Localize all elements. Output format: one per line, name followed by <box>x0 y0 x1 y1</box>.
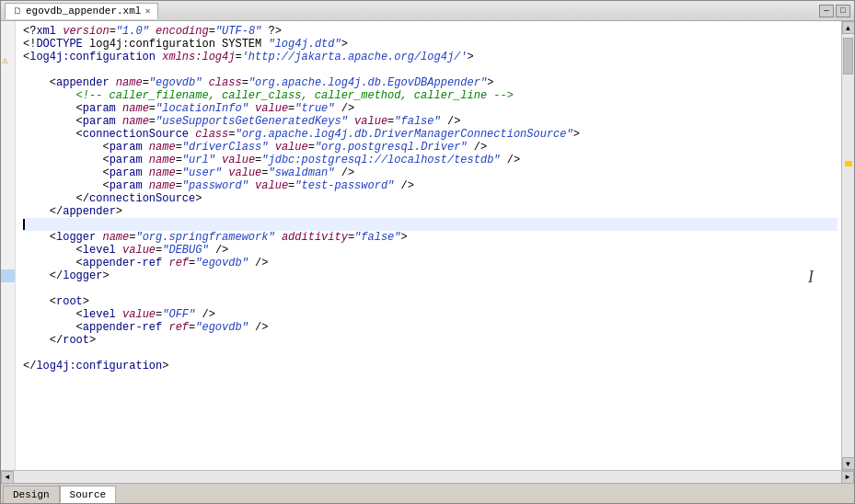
code-line-25: </root> <box>23 334 838 347</box>
code-line-22: <root> <box>23 295 838 308</box>
code-line-24: <appender-ref ref="egovdb" /> <box>23 321 838 334</box>
scroll-marker <box>845 161 852 166</box>
vertical-scrollbar[interactable]: ▲ ▼ <box>841 21 854 470</box>
code-line-13: <param name="password" value="test-passw… <box>23 179 838 192</box>
main-window: 🗋 egovdb_appender.xml ✕ ─ □ ⚠ <?xml vers… <box>0 0 855 504</box>
code-line-18: <level value="DEBUG" /> <box>23 244 838 257</box>
maximize-button[interactable]: □ <box>836 5 850 17</box>
editor-container: ⚠ <?xml version="1.0" encoding="UTF-8" ?… <box>1 21 854 470</box>
code-line-14: </connectionSource> <box>23 192 838 205</box>
code-line-6: <!-- caller_filename, caller_class, call… <box>23 89 838 102</box>
editor-gutter: ⚠ <box>1 21 16 470</box>
code-line-21 <box>23 282 838 295</box>
code-line-9: <connectionSource class="org.apache.log4… <box>23 128 838 141</box>
code-line-7: <param name="locationInfo" value="true" … <box>23 102 838 115</box>
scroll-thumb[interactable] <box>843 38 853 74</box>
tab-title: egovdb_appender.xml <box>26 6 141 17</box>
hscroll-track[interactable] <box>14 471 841 483</box>
code-line-5: <appender name="egovdb" class="org.apach… <box>23 76 838 89</box>
code-line-15: </appender> <box>23 205 838 218</box>
code-line-17: <logger name="org.springframework" addit… <box>23 231 838 244</box>
scroll-right-button[interactable]: ► <box>841 471 854 484</box>
code-line-2: <!DOCTYPE log4j:configuration SYSTEM "lo… <box>23 38 838 51</box>
code-line-4 <box>23 63 838 76</box>
scroll-track[interactable] <box>842 34 854 457</box>
window-controls: ─ □ <box>819 5 850 17</box>
code-line-27: </log4j:configuration> <box>23 360 838 372</box>
xml-file-icon: 🗋 <box>13 6 22 17</box>
horizontal-scrollbar[interactable]: ◄ ► <box>1 470 854 483</box>
title-bar: 🗋 egovdb_appender.xml ✕ ─ □ <box>1 1 854 21</box>
code-line-20: </logger> <box>23 269 838 282</box>
code-line-10: <param name="driverClass" value="org.pos… <box>23 141 838 154</box>
cursor-ibeam-icon: I <box>808 268 814 287</box>
code-line-23: <level value="OFF" /> <box>23 308 838 321</box>
editor-tab[interactable]: 🗋 egovdb_appender.xml ✕ <box>5 3 158 19</box>
code-line-29 <box>23 385 838 398</box>
scroll-up-button[interactable]: ▲ <box>842 21 855 34</box>
tab-design[interactable]: Design <box>3 486 60 503</box>
scroll-left-button[interactable]: ◄ <box>1 471 14 484</box>
code-line-3: <log4j:configuration xmlns:log4j='http:/… <box>23 51 838 63</box>
bottom-tab-bar: Design Source <box>1 483 854 503</box>
tab-source[interactable]: Source <box>60 486 117 503</box>
text-cursor <box>23 219 25 230</box>
code-line-8: <param name="useSupportsGetGeneratedKeys… <box>23 115 838 128</box>
code-line-26 <box>23 347 838 360</box>
code-line-19: <appender-ref ref="egovdb" /> <box>23 257 838 269</box>
scroll-down-button[interactable]: ▼ <box>842 457 855 470</box>
minimize-button[interactable]: ─ <box>819 5 834 17</box>
code-line-11: <param name="url" value="jdbc:postgresql… <box>23 154 838 166</box>
code-line-1: <?xml version="1.0" encoding="UTF-8" ?> <box>23 25 838 38</box>
code-editor[interactable]: <?xml version="1.0" encoding="UTF-8" ?> … <box>16 21 841 470</box>
line-highlight-bar <box>1 269 15 282</box>
code-line-16 <box>23 218 838 231</box>
tab-close-icon[interactable]: ✕ <box>144 6 150 17</box>
bottom-area: ◄ ► Design Source <box>1 470 854 503</box>
warning-icon: ⚠ <box>2 54 8 66</box>
code-line-30 <box>23 398 838 411</box>
code-line-12: <param name="user" value="swaldman" /> <box>23 166 838 179</box>
code-line-28 <box>23 372 838 385</box>
